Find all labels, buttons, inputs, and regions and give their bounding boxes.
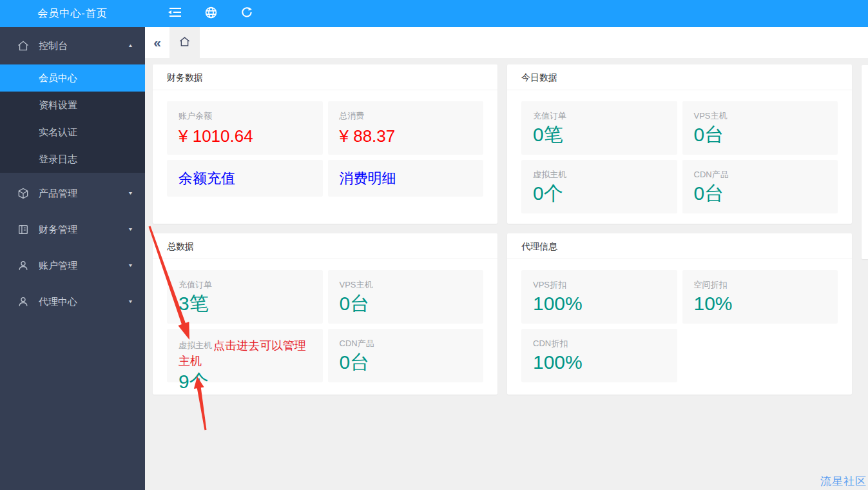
stat-label: 虚拟主机 <box>533 169 666 181</box>
stat-value: 0笔 <box>533 124 666 145</box>
sidebar-item-finance-management[interactable]: 财务管理 ▼ <box>0 211 145 248</box>
stat-value: 10% <box>694 293 827 314</box>
stat-label: 账户余额 <box>178 110 311 122</box>
refresh-button[interactable] <box>233 0 261 27</box>
stat-label: 总消费 <box>340 110 472 122</box>
chevron-down-icon: ▼ <box>128 227 133 232</box>
sidebar-item-label: 登录日志 <box>39 153 77 166</box>
cutoff-card-edge <box>862 65 868 259</box>
page-title: 会员中心-首页 <box>0 0 145 27</box>
sidebar-item-profile-settings[interactable]: 资料设置 <box>0 92 145 119</box>
sidebar-item-agent-center[interactable]: 代理中心 ▼ <box>0 284 145 320</box>
chevron-down-icon: ▼ <box>128 263 133 268</box>
cdn-discount-tile: CDN折扣 100% <box>521 329 677 382</box>
stat-label: CDN产品 <box>694 169 827 181</box>
card-title: 代理信息 <box>507 233 852 259</box>
stat-label: 充值订单 <box>178 279 311 291</box>
stat-label: VPS折扣 <box>533 279 666 291</box>
home-icon <box>178 35 191 50</box>
stat-value: 3笔 <box>178 293 311 314</box>
sidebar-item-label: 财务管理 <box>39 224 128 236</box>
sidebar-item-label: 资料设置 <box>39 99 77 112</box>
total-recharge-orders-tile: 充值订单 3笔 <box>167 270 323 324</box>
sidebar-item-account-management[interactable]: 账户管理 ▼ <box>0 248 145 284</box>
stat-value: 0台 <box>340 351 472 373</box>
stat-value: 0台 <box>694 124 827 145</box>
recharge-link[interactable]: 余额充值 <box>167 160 323 197</box>
sidebar-item-console[interactable]: 控制台 ▲ <box>0 27 145 64</box>
stat-value: ¥ 1010.64 <box>178 127 311 146</box>
total-virtual-host-tile[interactable]: 虚拟主机点击进去可以管理主机 9个 <box>167 329 323 382</box>
globe-icon <box>204 6 218 22</box>
total-cdn-tile: CDN产品 0台 <box>328 329 484 382</box>
sidebar-item-label: 产品管理 <box>39 188 128 200</box>
sidebar-item-label: 实名认证 <box>39 126 77 139</box>
today-data-card: 今日数据 充值订单 0笔 VPS主机 0台 虚拟主机 0个 CDN产品 0台 <box>507 64 852 224</box>
stat-label: CDN折扣 <box>533 338 666 349</box>
refresh-icon <box>240 6 253 21</box>
chevron-down-icon: ▼ <box>128 299 133 304</box>
consumption-detail-link[interactable]: 消费明细 <box>328 160 484 197</box>
today-recharge-orders-tile: 充值订单 0笔 <box>521 101 677 155</box>
stat-value: 100% <box>533 293 666 314</box>
card-title: 总数据 <box>153 233 497 259</box>
watermark: 流星社区 <box>820 474 867 489</box>
cube-icon <box>17 187 30 200</box>
finance-data-card: 财务数据 账户余额 ¥ 1010.64 总消费 ¥ 88.37 余额充值 消费明… <box>153 64 497 224</box>
stat-label: VPS主机 <box>340 279 472 291</box>
stat-label: VPS主机 <box>694 110 827 122</box>
home-icon <box>17 39 30 52</box>
topbar-actions <box>145 0 261 27</box>
stat-label: CDN产品 <box>340 338 472 349</box>
card-title: 财务数据 <box>153 64 497 90</box>
main-content: 财务数据 账户余额 ¥ 1010.64 总消费 ¥ 88.37 余额充值 消费明… <box>145 58 868 490</box>
sidebar-item-label: 控制台 <box>39 40 128 52</box>
user-icon <box>17 259 30 272</box>
agent-info-card: 代理信息 VPS折扣 100% 空间折扣 10% CDN折扣 100% <box>507 233 852 395</box>
collapse-menu-icon <box>166 5 183 22</box>
today-cdn-tile: CDN产品 0台 <box>682 160 838 213</box>
sidebar-item-label: 账户管理 <box>39 260 128 272</box>
sidebar-item-login-logs[interactable]: 登录日志 <box>0 146 145 173</box>
tab-home[interactable] <box>169 27 200 58</box>
stat-label: 空间折扣 <box>694 279 827 291</box>
sidebar-item-realname-auth[interactable]: 实名认证 <box>0 119 145 146</box>
sidebar: 控制台 ▲ 会员中心 资料设置 实名认证 登录日志 产品管理 ▼ <box>0 27 145 490</box>
language-button[interactable] <box>197 0 225 27</box>
stat-value: 100% <box>533 351 666 373</box>
total-vps-tile: VPS主机 0台 <box>328 270 484 324</box>
vps-discount-tile: VPS折扣 100% <box>521 270 677 324</box>
ledger-icon <box>17 223 30 236</box>
space-discount-tile: 空间折扣 10% <box>682 270 838 324</box>
total-data-card: 总数据 充值订单 3笔 VPS主机 0台 虚拟主机点击进去可以管理主机 9个 C… <box>153 233 497 395</box>
total-consumption-tile: 总消费 ¥ 88.37 <box>328 101 484 155</box>
account-balance-tile: 账户余额 ¥ 1010.64 <box>167 101 323 155</box>
stat-value: 0台 <box>694 182 827 204</box>
chevron-up-icon: ▲ <box>128 43 133 48</box>
sidebar-item-member-center[interactable]: 会员中心 <box>0 64 145 92</box>
collapse-tabs-button[interactable]: « <box>145 27 169 58</box>
collapse-sidebar-button[interactable] <box>160 0 189 27</box>
chevron-down-icon: ▼ <box>128 191 133 196</box>
top-header-bar: 会员中心-首页 <box>0 0 868 27</box>
tab-bar: « <box>145 27 868 58</box>
sidebar-item-product-management[interactable]: 产品管理 ▼ <box>0 175 145 211</box>
stat-label: 虚拟主机点击进去可以管理主机 <box>178 338 311 369</box>
stat-value: 9个 <box>178 371 311 392</box>
stat-value: ¥ 88.37 <box>340 127 472 146</box>
console-submenu: 会员中心 资料设置 实名认证 登录日志 <box>0 64 145 173</box>
card-title: 今日数据 <box>507 64 852 90</box>
stat-label: 充值订单 <box>533 110 666 122</box>
user-icon <box>17 295 30 308</box>
today-vps-tile: VPS主机 0台 <box>682 101 838 155</box>
sidebar-item-label: 代理中心 <box>39 296 128 308</box>
sidebar-item-label: 会员中心 <box>39 72 77 84</box>
app-window: 会员中心-首页 <box>0 0 868 490</box>
stat-value: 0台 <box>340 293 472 314</box>
stat-value: 0个 <box>533 182 666 204</box>
today-virtual-host-tile: 虚拟主机 0个 <box>521 160 677 213</box>
